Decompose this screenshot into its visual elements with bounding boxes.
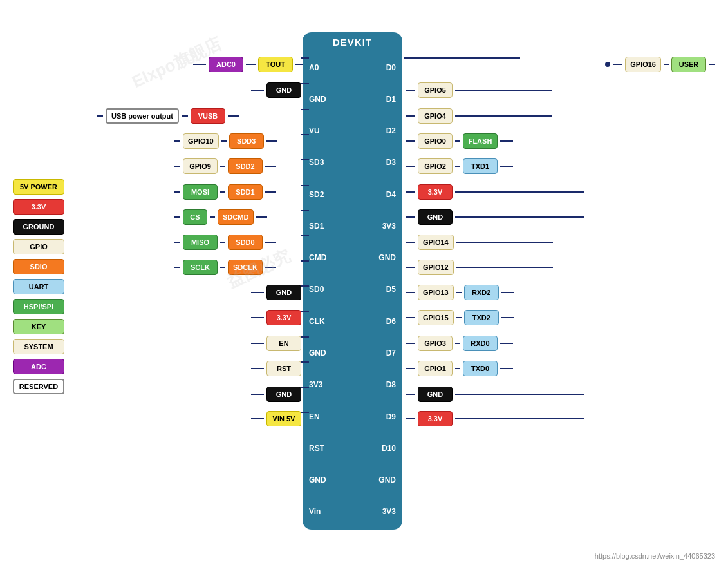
gpio3-box: GPIO3 <box>418 336 453 351</box>
legend-sdio: SDIO <box>13 259 64 274</box>
legend-3v3: 3.3V <box>13 199 64 215</box>
left-row-3: GPIO10 SDD3 <box>174 133 277 149</box>
left-row-2: USB power output VUSB <box>97 108 239 124</box>
left-row-8: SCLK SDCLK <box>174 260 276 275</box>
gpio14-box: GPIO14 <box>418 235 454 250</box>
pin-row-6: CMD GND <box>303 245 402 270</box>
sdclk-box: SDCLK <box>228 260 263 275</box>
pin-left-9: GND <box>309 349 331 358</box>
vin5v-box: VIN 5V <box>266 411 301 426</box>
pin-left-4: SD2 <box>309 190 331 199</box>
pin-left-6: CMD <box>309 253 331 262</box>
pin-right-1: D1 <box>373 95 396 104</box>
sdd1-box: SDD1 <box>228 184 263 200</box>
gpio0-box: GPIO0 <box>418 133 453 149</box>
right-row-3: GPIO0 FLASH <box>406 133 513 149</box>
rst-box: RST <box>266 361 301 376</box>
legend-container: 5V POWER 3.3V GROUND GPIO SDIO UART HSPI… <box>13 179 64 394</box>
pin-right-4: D4 <box>373 190 396 199</box>
pin-left-14: Vin <box>309 507 331 516</box>
pin-row-13: GND GND <box>303 468 402 492</box>
legend-reserved: RESERVED <box>13 379 64 394</box>
gpio1-box: GPIO1 <box>418 361 453 376</box>
miso-box: MISO <box>183 235 218 250</box>
pin-left-1: GND <box>309 95 331 104</box>
url-text: https://blog.csdn.net/weixin_44065323 <box>595 552 715 560</box>
cs-box: CS <box>183 209 207 225</box>
pin-row-10: 3V3 D8 <box>303 372 402 397</box>
pin-row-9: GND D7 <box>303 341 402 365</box>
pin-right-6: GND <box>373 253 396 262</box>
legend-adc: ADC <box>13 359 64 374</box>
pin-row-11: EN D9 <box>303 405 402 429</box>
legend-5v-power: 5V POWER <box>13 179 64 195</box>
left-row-6: CS SDCMD <box>174 209 267 225</box>
left-row-4: GPIO9 SDD2 <box>174 158 276 174</box>
pin-row-1: GND D1 <box>303 87 402 111</box>
pin-left-12: RST <box>309 444 331 453</box>
right-row-6: GND <box>406 209 584 225</box>
legend-hspi-spi: HSPI/SPI <box>13 299 64 314</box>
left-row-5: MOSI SDD1 <box>174 184 276 200</box>
gpio9-box: GPIO9 <box>183 158 218 174</box>
pin-row-3: SD3 D3 <box>303 150 402 175</box>
pin-left-7: SD0 <box>309 285 331 294</box>
pin-left-0: A0 <box>309 63 331 72</box>
sdd0-box: SDD0 <box>228 235 263 250</box>
pin-right-5: 3V3 <box>373 222 396 231</box>
chip-pins: A0 D0 GND D1 VU D2 SD3 D3 SD2 D4 SD1 3V3 <box>303 50 402 530</box>
right-row-9: GPIO13 RXD2 <box>406 285 514 300</box>
pin-right-12: D10 <box>373 444 396 453</box>
gnd-box-13: GND <box>266 387 301 402</box>
3v3-box-10: 3.3V <box>266 310 301 325</box>
pin-right-13: GND <box>373 475 396 484</box>
left-row-7: MISO SDD0 <box>174 235 276 250</box>
usb-power-label: USB power output <box>106 108 179 124</box>
pin-row-7: SD0 D5 <box>303 277 402 302</box>
pin-right-10: D8 <box>373 380 396 389</box>
rxd2-box: RXD2 <box>464 285 499 300</box>
legend-ground: GROUND <box>13 219 64 235</box>
gpio10-box: GPIO10 <box>183 133 219 149</box>
gpio12-box: GPIO12 <box>418 260 454 275</box>
chip-body: DEVKIT A0 D0 GND D1 VU D2 SD3 D3 SD2 D4 <box>303 32 402 530</box>
right-row-14: 3.3V <box>406 411 584 426</box>
3v3-right-14: 3.3V <box>418 411 453 426</box>
gnd-right-box: GND <box>418 209 453 225</box>
pin-row-5: SD1 3V3 <box>303 214 402 238</box>
main-container: DEVKIT A0 D0 GND D1 VU D2 SD3 D3 SD2 D4 <box>0 0 728 565</box>
pin-right-8: D6 <box>373 317 396 326</box>
right-row-7: GPIO14 <box>406 235 553 250</box>
pin-right-7: D5 <box>373 285 396 294</box>
gpio15-box: GPIO15 <box>418 310 454 325</box>
sdd3-box: SDD3 <box>229 133 264 149</box>
sclk-box: SCLK <box>183 260 218 275</box>
vusb-box: VUSB <box>191 108 225 124</box>
tout-box: TOUT <box>258 57 293 72</box>
sdd2-box: SDD2 <box>228 158 263 174</box>
pin-right-2: D2 <box>373 126 396 135</box>
chip-title: DEVKIT <box>333 32 372 50</box>
right-row-0: GPIO16 USER <box>605 57 715 72</box>
sdcmd-box: SDCMD <box>218 209 254 225</box>
line-0 <box>193 64 206 65</box>
pin-row-2: VU D2 <box>303 119 402 143</box>
rxd0-box: RXD0 <box>463 336 498 351</box>
en-box: EN <box>266 336 301 351</box>
right-row-13: GND <box>406 387 584 402</box>
pin-right-9: D7 <box>373 349 396 358</box>
pin-left-11: EN <box>309 412 331 421</box>
gnd-right-13: GND <box>418 387 453 402</box>
right-row-4: GPIO2 TXD1 <box>406 158 513 174</box>
adc0-box: ADC0 <box>209 57 243 72</box>
gnd-box-1: GND <box>266 82 301 98</box>
gpio4-box: GPIO4 <box>418 108 453 124</box>
3v3-right-box: 3.3V <box>418 184 453 200</box>
right-row-1: GPIO5 <box>406 82 552 98</box>
txd1-box: TXD1 <box>463 158 498 174</box>
left-row-0: ADC0 TOUT <box>193 57 313 72</box>
gnd-box-9: GND <box>266 285 301 300</box>
pin-row-12: RST D10 <box>303 436 402 461</box>
mosi-box: MOSI <box>183 184 218 200</box>
txd0-box: TXD0 <box>463 361 498 376</box>
